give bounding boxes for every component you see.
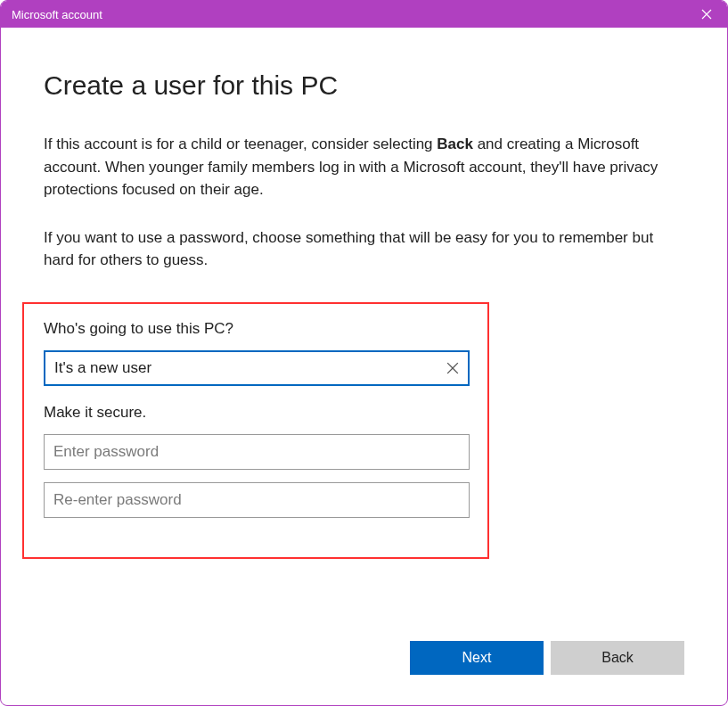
username-label: Who's going to use this PC? [44, 320, 468, 338]
username-input[interactable] [44, 350, 470, 386]
window-title: Microsoft account [12, 8, 102, 21]
form-highlight-box: Who's going to use this PC? Make it secu… [22, 302, 489, 559]
next-button[interactable]: Next [410, 641, 544, 675]
x-icon [446, 362, 459, 374]
page-title: Create a user for this PC [44, 70, 684, 101]
username-input-wrap [44, 350, 468, 386]
content-area: Create a user for this PC If this accoun… [1, 28, 727, 641]
microsoft-account-window: Microsoft account Create a user for this… [0, 0, 728, 706]
password-input[interactable] [44, 434, 470, 470]
titlebar: Microsoft account [1, 1, 727, 28]
desc1-bold: Back [437, 135, 473, 152]
footer-buttons: Next Back [1, 641, 727, 705]
back-button[interactable]: Back [551, 641, 684, 675]
clear-username-button[interactable] [446, 362, 459, 374]
password-confirm-input[interactable] [44, 482, 470, 518]
description-child-account: If this account is for a child or teenag… [44, 133, 684, 201]
close-button[interactable] [686, 1, 727, 28]
description-password-hint: If you want to use a password, choose so… [44, 226, 684, 272]
password-group [44, 434, 468, 530]
desc1-pre: If this account is for a child or teenag… [44, 135, 437, 152]
close-icon [701, 9, 712, 20]
secure-label: Make it secure. [44, 404, 468, 422]
